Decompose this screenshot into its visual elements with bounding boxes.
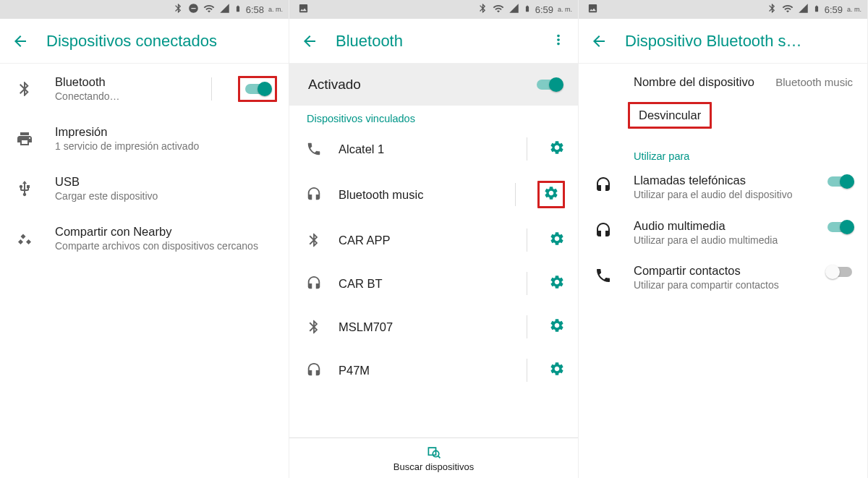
gear-icon[interactable] [549,361,565,380]
divider [515,183,516,206]
row-subtitle: 1 servicio de impresión activado [55,140,277,152]
divider [211,77,212,101]
use-row[interactable]: Llamadas telefónicasUtilizar para el aud… [579,165,867,210]
bluetooth-master-toggle[interactable] [535,77,563,93]
battery-status-icon [524,3,531,17]
device-row[interactable]: CAR BT [289,262,578,305]
wifi-status-icon [203,3,215,17]
nearby-row[interactable]: Compartir con Nearby Comparte archivos c… [0,213,289,263]
use-title: Llamadas telefónicas [634,174,805,187]
status-time: 6:59 [825,4,843,15]
phone-icon [305,141,323,157]
wifi-status-icon [493,3,504,17]
gear-icon[interactable] [549,231,565,249]
device-name: MSLM707 [339,320,505,334]
headphones-icon [305,362,323,378]
phone-icon [593,264,613,284]
use-toggle[interactable] [825,174,854,189]
usb-row[interactable]: USB Cargar este dispositivo [0,163,289,213]
use-subtitle: Utilizar para el audio multimedia [634,234,805,247]
headphones-icon [305,187,323,202]
nearby-icon [14,230,35,247]
bluetooth-icon [14,80,35,98]
unpair-button[interactable]: Desvincular [628,102,712,129]
highlight-box [537,181,565,208]
bluetooth-toggle[interactable] [243,81,272,97]
back-button[interactable] [590,33,608,50]
page-title: Dispositivos conectados [46,32,277,51]
use-for-header: Utilizar para [579,133,867,165]
row-title: USB [55,175,277,189]
dnd-status-icon [188,3,199,16]
bluetooth-icon [305,319,323,335]
device-search-icon [425,444,443,460]
row-subtitle: Conectando… [55,90,185,102]
device-name-value: Bluetooth music [775,76,853,88]
print-icon [14,130,35,148]
row-title: Impresión [55,125,277,139]
status-ampm: a. m. [558,6,572,13]
battery-status-icon [813,3,820,17]
use-row[interactable]: Compartir contactosUtilizar para compart… [579,255,867,301]
status-bar: 6:58 a. m. [0,0,289,19]
divider [527,229,527,252]
use-title: Compartir contactos [634,264,805,278]
page-title: Bluetooth [336,32,550,51]
status-bar: 6:59 a. m. [579,0,867,19]
signal-status-icon [509,3,519,16]
device-row[interactable]: Alcatel 1 [289,127,578,171]
gear-icon[interactable] [543,191,559,203]
more-menu-button[interactable] [550,32,566,51]
search-devices-bar[interactable]: Buscar dispositivos [289,438,578,478]
gear-icon[interactable] [549,317,565,336]
headphones-icon [593,219,613,239]
app-bar: Dispositivo Bluetooth s… [579,19,867,64]
back-button[interactable] [12,33,29,50]
app-bar: Bluetooth [289,19,578,64]
search-devices-label: Buscar dispositivos [393,461,474,472]
bluetooth-row[interactable]: Bluetooth Conectando… [0,64,289,114]
gear-icon[interactable] [549,140,565,158]
device-name: CAR APP [339,234,505,247]
bluetooth-status-icon [477,3,488,16]
device-row[interactable]: MSLM707 [289,305,578,349]
status-ampm: a. m. [268,6,283,13]
image-status-icon [298,3,309,16]
use-toggle[interactable] [825,264,854,280]
use-row[interactable]: Audio multimediaUtilizar para el audio m… [579,210,867,256]
row-subtitle: Comparte archivos con dispositivos cerca… [55,240,277,252]
paired-devices-list: Alcatel 1Bluetooth musicCAR APPCAR BTMSL… [289,127,578,392]
bluetooth-status-icon [173,3,184,16]
divider [527,137,527,161]
use-subtitle: Utilizar para el audio del dispositivo [634,189,805,202]
use-for-list: Llamadas telefónicasUtilizar para el aud… [579,165,867,301]
device-row[interactable]: CAR APP [289,218,578,262]
gear-icon[interactable] [549,274,565,293]
bluetooth-status-icon [767,3,778,16]
divider [527,315,527,338]
usb-icon [14,180,35,197]
use-title: Audio multimedia [634,219,805,233]
row-title: Bluetooth [55,75,185,89]
signal-status-icon [798,3,809,16]
bluetooth-active-row: Activado [289,64,578,106]
device-name-label: Nombre del dispositivo [634,75,764,89]
use-subtitle: Utilizar para compartir contactos [634,279,805,292]
device-name: CAR BT [339,277,505,291]
screen-connected-devices: 6:58 a. m. Dispositivos conectados Bluet… [0,0,289,478]
device-row[interactable]: P47M [289,349,578,392]
print-row[interactable]: Impresión 1 servicio de impresión activa… [0,114,289,163]
bluetooth-icon [305,232,323,248]
divider [527,272,527,295]
active-label: Activado [304,77,535,93]
use-toggle[interactable] [825,219,854,235]
app-bar: Dispositivos conectados [0,19,289,64]
device-name-row[interactable]: Nombre del dispositivo Bluetooth music [579,64,867,99]
screen-bluetooth: 6:59 a. m. Bluetooth Activado Dispositiv… [289,0,579,478]
image-status-icon [587,3,598,16]
back-button[interactable] [301,33,318,50]
headphones-icon [305,276,323,291]
highlight-box [238,76,277,102]
signal-status-icon [219,3,230,16]
device-row[interactable]: Bluetooth music [289,171,578,218]
